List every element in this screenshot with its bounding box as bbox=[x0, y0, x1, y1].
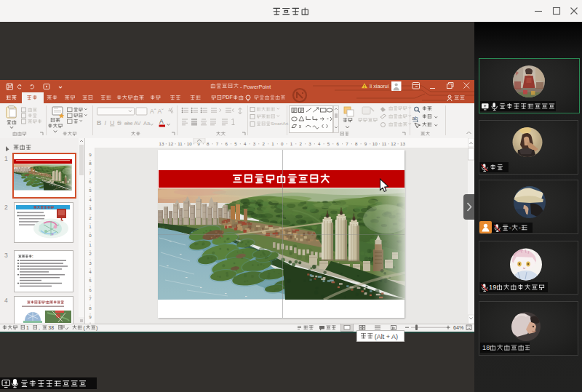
svg-text:13: 13 bbox=[159, 141, 164, 146]
svg-text::: : bbox=[32, 255, 33, 258]
svg-text:3: 3 bbox=[89, 206, 92, 211]
svg-text:11: 11 bbox=[382, 141, 387, 146]
svg-text:7: 7 bbox=[216, 141, 219, 146]
svg-text:9: 9 bbox=[89, 152, 92, 157]
svg-text:Aa: Aa bbox=[143, 120, 151, 127]
svg-text:10: 10 bbox=[372, 141, 378, 146]
svg-text:(Alt + A): (Alt + A) bbox=[375, 333, 398, 340]
svg-text:,: , bbox=[39, 325, 40, 330]
svg-text:12: 12 bbox=[168, 141, 173, 146]
svg-text:2: 2 bbox=[299, 141, 302, 146]
svg-text:4: 4 bbox=[89, 269, 92, 274]
svg-text:1: 1 bbox=[271, 141, 274, 146]
svg-text:5: 5 bbox=[89, 278, 92, 283]
svg-text:ab: ab bbox=[412, 116, 418, 121]
svg-text:7: 7 bbox=[89, 170, 92, 175]
svg-text:(: ( bbox=[84, 325, 86, 331]
svg-text:6: 6 bbox=[225, 141, 228, 146]
svg-text:10: 10 bbox=[187, 141, 192, 146]
svg-text:7: 7 bbox=[346, 141, 348, 146]
svg-text:13: 13 bbox=[400, 141, 405, 146]
svg-text:2: 2 bbox=[89, 215, 92, 220]
svg-text:8: 8 bbox=[355, 141, 358, 146]
svg-text:PDF: PDF bbox=[222, 94, 233, 100]
svg-text:2: 2 bbox=[262, 141, 265, 146]
svg-text:I: I bbox=[105, 119, 107, 127]
svg-text:S: S bbox=[117, 119, 121, 127]
svg-text:6: 6 bbox=[89, 287, 92, 292]
svg-text:5: 5 bbox=[234, 141, 237, 146]
svg-text:B: B bbox=[97, 119, 101, 127]
svg-text:U: U bbox=[110, 119, 114, 127]
svg-text:9: 9 bbox=[364, 141, 367, 146]
svg-text:0: 0 bbox=[281, 141, 284, 146]
svg-text:3: 3 bbox=[89, 260, 92, 265]
svg-text:4: 4 bbox=[244, 141, 247, 146]
svg-text:2: 2 bbox=[89, 251, 92, 256]
svg-text:6: 6 bbox=[89, 179, 92, 184]
svg-text:1: 1 bbox=[89, 242, 92, 247]
svg-text:64%: 64% bbox=[453, 324, 464, 331]
svg-text:9: 9 bbox=[89, 314, 92, 319]
svg-text:SmartArt: SmartArt bbox=[271, 121, 288, 126]
svg-text:38: 38 bbox=[48, 325, 54, 330]
svg-text:AV: AV bbox=[134, 120, 140, 127]
svg-text:- PowerPoint: - PowerPoint bbox=[240, 84, 271, 90]
svg-text:1: 1 bbox=[89, 224, 92, 229]
svg-text:18: 18 bbox=[482, 343, 490, 351]
svg-text:4: 4 bbox=[89, 197, 92, 202]
svg-text:8: 8 bbox=[89, 161, 92, 166]
svg-text:A: A bbox=[159, 118, 164, 125]
svg-text:li xiaorui: li xiaorui bbox=[370, 83, 389, 89]
svg-text:12: 12 bbox=[391, 141, 396, 146]
svg-text:7: 7 bbox=[89, 296, 92, 301]
svg-text:8: 8 bbox=[89, 305, 92, 311]
svg-text:5: 5 bbox=[327, 141, 330, 146]
svg-text:1: 1 bbox=[290, 141, 293, 146]
svg-text:3: 3 bbox=[308, 141, 311, 146]
svg-text::: : bbox=[45, 300, 47, 304]
svg-text:4: 4 bbox=[318, 141, 321, 146]
svg-text:11: 11 bbox=[178, 141, 183, 146]
svg-text:abc: abc bbox=[124, 121, 133, 126]
svg-text:1: 1 bbox=[26, 325, 29, 330]
svg-text:): ) bbox=[96, 325, 97, 331]
svg-text:5: 5 bbox=[89, 188, 92, 193]
svg-text:8: 8 bbox=[207, 141, 210, 146]
svg-text:3: 3 bbox=[253, 141, 256, 146]
svg-text:0: 0 bbox=[89, 233, 92, 238]
svg-text:Aˆ Aˇ: Aˆ Aˇ bbox=[150, 108, 164, 115]
svg-text:6: 6 bbox=[336, 141, 339, 146]
